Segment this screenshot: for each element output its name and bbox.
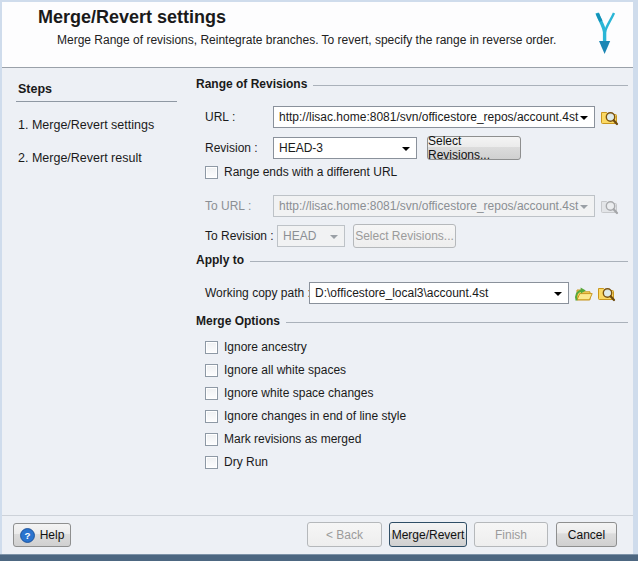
working-copy-path-combobox[interactable]: D:\officestore_local3\account.4st bbox=[309, 282, 569, 304]
footer-divider bbox=[2, 515, 633, 516]
group-title: Range of Revisions bbox=[196, 77, 307, 91]
working-copy-path-label: Working copy path : bbox=[205, 286, 311, 300]
help-question-icon: ? bbox=[20, 528, 35, 543]
select-revisions-button[interactable]: Select Revisions... bbox=[427, 136, 521, 160]
working-copy-search-button[interactable] bbox=[596, 284, 616, 302]
url-browse-button[interactable] bbox=[599, 108, 619, 126]
revision-value: HEAD-3 bbox=[279, 141, 323, 155]
to-url-browse-button bbox=[599, 197, 619, 215]
dialog-header: Merge/Revert settings Merge Range of rev… bbox=[2, 2, 633, 68]
chevron-down-icon bbox=[554, 292, 562, 296]
folder-open-arrow-icon bbox=[574, 285, 593, 302]
steps-divider bbox=[16, 101, 177, 102]
to-url-label: To URL : bbox=[205, 199, 251, 213]
group-rule bbox=[286, 322, 628, 323]
group-rule bbox=[250, 261, 628, 262]
checkbox-dry-run[interactable] bbox=[205, 456, 218, 469]
sidebar-item-merge-revert-result: 2. Merge/Revert result bbox=[18, 151, 142, 165]
to-revision-value: HEAD bbox=[283, 229, 316, 243]
window-frame-bottom bbox=[0, 554, 638, 561]
chevron-down-icon bbox=[580, 116, 588, 120]
group-title: Merge Options bbox=[196, 314, 280, 328]
group-apply-to: Apply to bbox=[196, 253, 628, 267]
checkbox-ignore-all-white-spaces[interactable] bbox=[205, 364, 218, 377]
merge-revert-button[interactable]: Merge/Revert bbox=[389, 522, 467, 547]
checkbox-label: Mark revisions as merged bbox=[224, 432, 361, 446]
chevron-down-icon bbox=[402, 147, 410, 151]
to-revision-label: To Revision : bbox=[205, 229, 274, 243]
to-url-value: http://lisac.home:8081/svn/officestore_r… bbox=[279, 199, 578, 213]
group-merge-options: Merge Options bbox=[196, 314, 628, 328]
back-button: < Back bbox=[307, 522, 382, 547]
steps-title: Steps bbox=[18, 82, 52, 96]
merge-revert-dialog: Merge/Revert settings Merge Range of rev… bbox=[0, 0, 638, 561]
window-frame-top bbox=[0, 0, 638, 2]
url-label: URL : bbox=[205, 110, 235, 124]
to-select-revisions-button: Select Revisions... bbox=[353, 224, 456, 248]
to-revision-combobox: HEAD bbox=[277, 225, 345, 247]
group-range-of-revisions: Range of Revisions bbox=[196, 77, 628, 91]
page-title: Merge/Revert settings bbox=[38, 7, 226, 28]
checkbox-label: Ignore changes in end of line style bbox=[224, 409, 406, 423]
checkbox-label: Ignore all white spaces bbox=[224, 363, 346, 377]
folder-search-icon bbox=[600, 109, 619, 126]
checkbox-mark-revisions-merged[interactable] bbox=[205, 433, 218, 446]
url-combobox[interactable]: http://lisac.home:8081/svn/officestore_r… bbox=[273, 106, 595, 128]
merge-arrow-icon bbox=[593, 11, 617, 57]
help-button[interactable]: ? Help bbox=[13, 523, 71, 547]
help-button-label: Help bbox=[40, 528, 65, 542]
range-ends-checkbox[interactable] bbox=[205, 166, 218, 179]
window-frame-right bbox=[633, 0, 638, 561]
folder-search-icon bbox=[600, 198, 619, 215]
checkbox-label: Ignore white space changes bbox=[224, 386, 373, 400]
checkbox-ignore-white-space-changes[interactable] bbox=[205, 387, 218, 400]
folder-search-icon bbox=[597, 285, 616, 302]
chevron-down-icon bbox=[580, 205, 588, 209]
group-rule bbox=[313, 85, 628, 86]
revision-label: Revision : bbox=[205, 141, 258, 155]
group-title: Apply to bbox=[196, 253, 244, 267]
url-value: http://lisac.home:8081/svn/officestore_r… bbox=[279, 110, 578, 124]
sidebar-item-merge-revert-settings: 1. Merge/Revert settings bbox=[18, 118, 154, 132]
cancel-button[interactable]: Cancel bbox=[556, 522, 617, 547]
svg-text:?: ? bbox=[24, 530, 30, 541]
revision-combobox[interactable]: HEAD-3 bbox=[273, 137, 417, 159]
range-ends-checkbox-label: Range ends with a different URL bbox=[224, 165, 397, 179]
chevron-down-icon bbox=[330, 235, 338, 239]
finish-button: Finish bbox=[474, 522, 548, 547]
working-copy-path-value: D:\officestore_local3\account.4st bbox=[315, 286, 488, 300]
working-copy-browse-button[interactable] bbox=[573, 284, 593, 302]
checkbox-label: Ignore ancestry bbox=[224, 340, 307, 354]
page-subtitle: Merge Range of revisions, Reintegrate br… bbox=[57, 33, 556, 47]
checkbox-label: Dry Run bbox=[224, 455, 268, 469]
checkbox-ignore-eol-changes[interactable] bbox=[205, 410, 218, 423]
window-frame-left bbox=[0, 0, 2, 561]
checkbox-ignore-ancestry[interactable] bbox=[205, 341, 218, 354]
to-url-combobox: http://lisac.home:8081/svn/officestore_r… bbox=[273, 195, 595, 217]
